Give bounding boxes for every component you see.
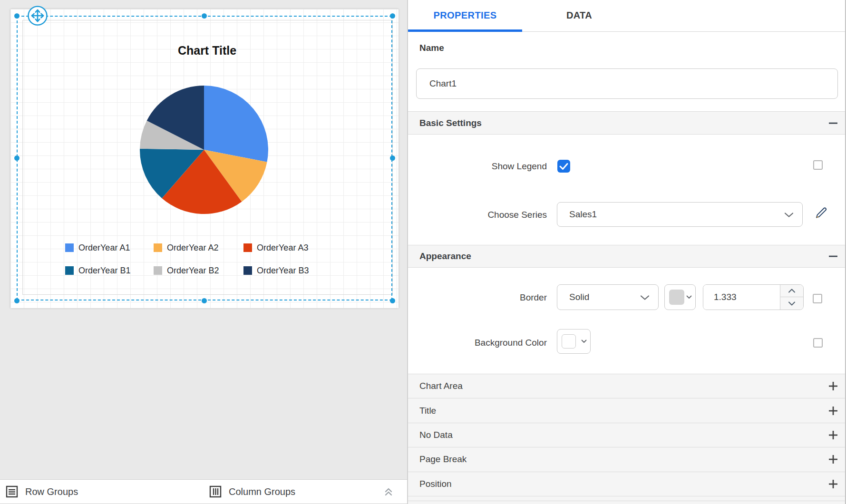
expand-plus-icon[interactable] — [828, 406, 838, 416]
pie-slice — [204, 86, 268, 162]
section-title: No Data — [419, 423, 453, 447]
collapsed-sections: Chart Area Title No Data Page Break — [408, 374, 845, 504]
section-title: Chart Area — [419, 374, 463, 398]
show-legend-expression-checkbox[interactable] — [813, 160, 823, 170]
column-groups-label[interactable]: Column Groups — [229, 480, 295, 504]
row-groups-icon — [6, 485, 18, 498]
move-icon[interactable] — [27, 5, 48, 26]
selection-handle-top-left[interactable] — [14, 13, 19, 19]
name-label: Name — [419, 43, 444, 53]
expand-plus-icon[interactable] — [828, 479, 838, 489]
selection-handle-top-middle[interactable] — [202, 13, 207, 19]
chart-title[interactable]: Chart Title — [22, 44, 392, 58]
legend-label: OrderYear A2 — [167, 243, 218, 252]
legend-label: OrderYear B2 — [167, 266, 219, 275]
chevron-down-icon — [686, 295, 692, 299]
panel-tabbar: PROPERTIES DATA — [408, 0, 845, 32]
section-chart-area[interactable]: Chart Area — [408, 374, 845, 398]
section-page-break[interactable]: Page Break — [408, 447, 845, 471]
section-title: Position — [419, 472, 452, 496]
section-partial-row — [408, 501, 845, 504]
background-color-picker[interactable] — [557, 329, 591, 354]
section-title-group[interactable]: Title — [408, 398, 845, 422]
name-input[interactable] — [416, 68, 838, 99]
properties-panel: PROPERTIES DATA Name Basic Settings Show… — [408, 0, 846, 504]
selection-handle-bottom-middle[interactable] — [202, 298, 207, 303]
choose-series-select[interactable]: Sales1 — [557, 202, 803, 227]
section-title: Page Break — [419, 447, 467, 471]
section-appearance[interactable]: Appearance — [408, 245, 845, 268]
selection-handle-bottom-right[interactable] — [390, 298, 395, 303]
legend-swatch — [65, 243, 74, 252]
border-label: Border — [408, 293, 547, 302]
legend-item: OrderYear A1 — [65, 243, 130, 252]
legend-label: OrderYear B1 — [78, 266, 130, 275]
section-no-data[interactable]: No Data — [408, 423, 845, 447]
background-color-label: Background Color — [408, 338, 547, 348]
edit-series-pencil-icon[interactable] — [814, 205, 828, 220]
expand-plus-icon[interactable] — [828, 381, 838, 391]
legend-item: OrderYear A3 — [243, 243, 308, 252]
spinner-down-button[interactable] — [780, 297, 803, 310]
design-canvas: Chart Title OrderYear A1 OrderYear A2 Or… — [0, 0, 407, 504]
legend-swatch — [65, 266, 74, 275]
border-expression-checkbox[interactable] — [813, 294, 822, 303]
border-width-spinner — [780, 285, 803, 310]
choose-series-value: Sales1 — [569, 203, 597, 226]
border-color-swatch — [669, 290, 684, 305]
collapse-minus-icon[interactable] — [828, 118, 838, 128]
report-designer: Chart Title OrderYear A1 OrderYear A2 Or… — [0, 0, 846, 504]
legend-item: OrderYear B1 — [65, 266, 130, 275]
border-width-input[interactable] — [703, 285, 779, 310]
border-style-select[interactable]: Solid — [557, 284, 659, 310]
tab-properties[interactable]: PROPERTIES — [408, 0, 522, 32]
section-partial-row — [408, 496, 845, 501]
border-width-input-group — [703, 284, 804, 310]
chevron-down-icon — [581, 339, 587, 343]
selection-handle-left-middle[interactable] — [14, 155, 19, 161]
tab-data[interactable]: DATA — [522, 0, 636, 32]
show-legend-label: Show Legend — [408, 162, 547, 171]
legend-swatch — [154, 266, 162, 275]
chevron-down-icon — [640, 295, 650, 300]
legend-label: OrderYear A1 — [78, 243, 130, 252]
expand-plus-icon[interactable] — [828, 455, 838, 464]
legend-item: OrderYear A2 — [154, 243, 218, 252]
spinner-up-button[interactable] — [780, 285, 803, 297]
section-title: Title — [419, 398, 436, 422]
legend-label: OrderYear B3 — [257, 266, 309, 275]
border-color-picker[interactable] — [664, 284, 696, 310]
legend-swatch — [154, 243, 162, 252]
legend-item: OrderYear B3 — [243, 266, 309, 275]
row-groups-label[interactable]: Row Groups — [25, 480, 78, 504]
collapse-minus-icon[interactable] — [828, 252, 838, 261]
check-icon — [557, 160, 570, 173]
background-expression-checkbox[interactable] — [813, 338, 823, 348]
background-color-swatch — [562, 334, 576, 349]
show-legend-checkbox[interactable] — [557, 160, 570, 173]
selection-handle-bottom-left[interactable] — [14, 298, 19, 303]
pie-chart[interactable] — [140, 86, 268, 214]
legend-swatch — [243, 243, 252, 252]
grouping-pane: Row Groups Column Groups — [0, 479, 407, 504]
chevron-down-icon — [784, 212, 794, 218]
legend-swatch — [243, 266, 252, 275]
section-title: Appearance — [419, 245, 471, 267]
collapse-pane-icon[interactable] — [384, 487, 393, 496]
section-basic-settings[interactable]: Basic Settings — [408, 111, 845, 135]
column-groups-icon — [209, 485, 222, 498]
section-title: Basic Settings — [419, 112, 482, 134]
selection-handle-right-middle[interactable] — [390, 155, 395, 161]
legend-item: OrderYear B2 — [154, 266, 219, 275]
section-position[interactable]: Position — [408, 472, 845, 496]
border-style-value: Solid — [569, 285, 589, 310]
expand-plus-icon[interactable] — [828, 430, 838, 440]
legend-label: OrderYear A3 — [257, 243, 308, 252]
choose-series-label: Choose Series — [408, 210, 547, 220]
selection-handle-top-right[interactable] — [390, 13, 395, 19]
